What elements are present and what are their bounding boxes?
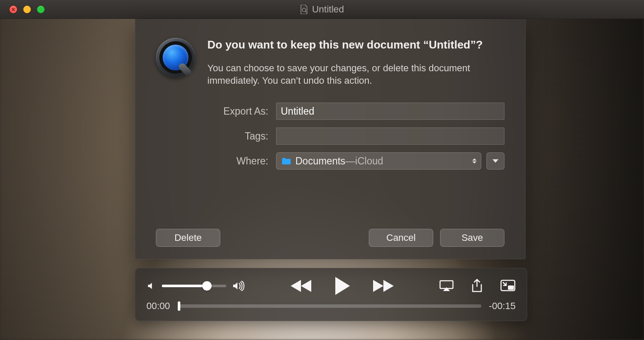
- save-form: Export As: Tags: Where: Documents — iCl: [156, 103, 504, 170]
- picture-in-picture-button[interactable]: [500, 279, 516, 292]
- save-button[interactable]: Save: [440, 229, 504, 247]
- volume-high-icon: [232, 281, 245, 291]
- window-title-text: Untitled: [312, 4, 344, 15]
- video-player-controls: 00:00 -00:15: [135, 268, 527, 321]
- where-location-popup[interactable]: Documents — iCloud: [276, 152, 481, 170]
- chevron-down-icon: [492, 159, 498, 163]
- cancel-button[interactable]: Cancel: [369, 229, 433, 247]
- document-icon: [300, 5, 308, 14]
- remaining-time: -00:15: [489, 301, 516, 312]
- minimize-window-button[interactable]: [23, 6, 31, 13]
- scrubber[interactable]: [178, 304, 481, 308]
- window-title: Untitled: [0, 4, 644, 15]
- dialog-heading: Do you want to keep this new document “U…: [207, 38, 504, 52]
- where-source: iCloud: [355, 155, 383, 167]
- svg-line-1: [305, 11, 307, 12]
- airplay-button[interactable]: [439, 280, 454, 292]
- tags-input[interactable]: [276, 128, 504, 145]
- tags-label: Tags:: [156, 131, 276, 142]
- folder-icon: [282, 158, 291, 165]
- play-button[interactable]: [334, 276, 351, 296]
- zoom-window-button[interactable]: [37, 6, 45, 13]
- right-controls: [439, 279, 516, 293]
- volume-slider[interactable]: [162, 285, 226, 287]
- export-as-label: Export As:: [156, 106, 276, 117]
- where-label: Where:: [156, 155, 276, 167]
- export-as-input[interactable]: [276, 103, 504, 120]
- svg-point-0: [302, 8, 306, 12]
- quicktime-app-icon: [156, 38, 195, 77]
- svg-rect-4: [508, 285, 514, 290]
- share-button[interactable]: [471, 279, 483, 293]
- expand-save-panel-button[interactable]: [486, 152, 504, 170]
- fast-forward-button[interactable]: [372, 278, 395, 294]
- rewind-button[interactable]: [290, 278, 312, 294]
- transport-controls: [290, 276, 395, 296]
- traffic-lights: [0, 6, 45, 13]
- dialog-body: You can choose to save your changes, or …: [207, 62, 504, 87]
- elapsed-time: 00:00: [146, 301, 170, 312]
- close-window-button[interactable]: [9, 6, 17, 13]
- save-sheet: Do you want to keep this new document “U…: [135, 19, 526, 259]
- where-folder-name: Documents: [295, 155, 345, 167]
- timeline: 00:00 -00:15: [146, 298, 516, 315]
- popup-stepper-icon: [472, 158, 477, 164]
- volume-low-icon: [146, 281, 156, 291]
- where-separator: —: [345, 155, 355, 167]
- playhead[interactable]: [178, 301, 180, 311]
- window-titlebar: Untitled: [0, 0, 644, 19]
- delete-button[interactable]: Delete: [156, 229, 220, 247]
- volume-group: [146, 281, 245, 291]
